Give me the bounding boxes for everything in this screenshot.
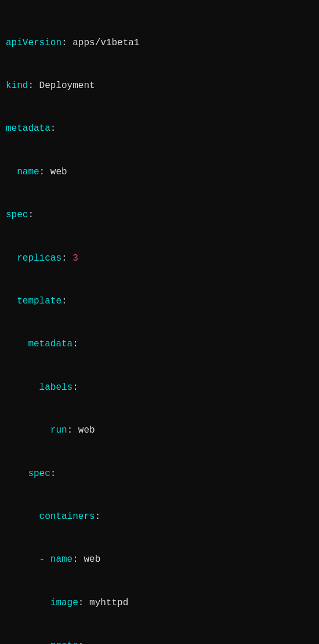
line-name: name: web	[6, 165, 313, 180]
line-template: template:	[6, 294, 313, 309]
val-replicas: 3	[72, 253, 78, 264]
val-run: web	[78, 425, 95, 436]
line-labels: labels:	[6, 380, 313, 395]
key-apiversion: apiVersion	[6, 38, 61, 48]
val-name: web	[50, 167, 67, 177]
key-template: template	[17, 296, 61, 306]
line-spec: spec:	[6, 208, 313, 222]
line-replicas: replicas: 3	[6, 251, 313, 266]
line-run: run: web	[6, 423, 313, 438]
code-editor: apiVersion: apps/v1beta1 kind: Deploymen…	[6, 7, 313, 644]
key-metadata: metadata	[6, 123, 50, 134]
line-cont-name: - name: web	[6, 552, 313, 567]
line-ports: ports:	[6, 639, 313, 644]
key-replicas: replicas	[17, 253, 61, 264]
key-name: name	[17, 167, 39, 177]
line-kind: kind: Deployment	[6, 79, 313, 93]
val-kind: Deployment	[39, 80, 95, 91]
key-labels: labels	[39, 382, 73, 393]
val-cont-name: web	[84, 554, 100, 565]
line-tmpl-metadata: metadata:	[6, 337, 313, 352]
line-api-version: apiVersion: apps/v1beta1	[6, 36, 313, 50]
key-tmpl-spec: spec	[28, 469, 50, 479]
key-tmpl-metadata: metadata	[28, 339, 72, 349]
key-run: run	[50, 425, 67, 436]
val-apiversion: apps/v1beta1	[72, 38, 139, 48]
val-image: myhttpd	[89, 598, 128, 608]
key-image: image	[50, 598, 78, 608]
key-ports: ports	[50, 641, 78, 644]
line-tmpl-spec: spec:	[6, 467, 313, 481]
key-cont-name: name	[50, 554, 72, 565]
key-kind: kind	[6, 80, 28, 91]
key-spec: spec	[6, 210, 28, 220]
key-containers: containers	[39, 511, 95, 522]
line-containers: containers:	[6, 510, 313, 524]
line-metadata: metadata:	[6, 122, 313, 136]
line-image: image: myhttpd	[6, 596, 313, 610]
